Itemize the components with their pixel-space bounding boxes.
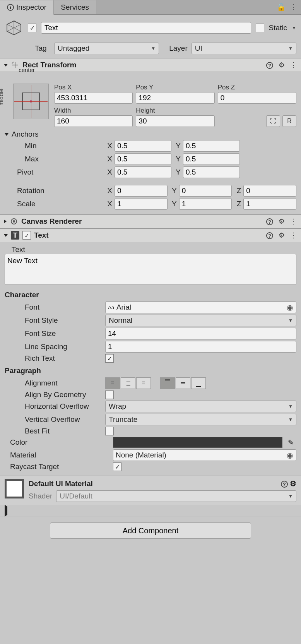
- paragraph-section-label: Paragraph: [5, 367, 296, 375]
- component-title: Rect Transform: [22, 61, 263, 69]
- pivot-y-input[interactable]: [183, 166, 240, 178]
- rot-y-input[interactable]: [179, 185, 232, 197]
- text-icon: T: [11, 231, 19, 240]
- line-spacing-input[interactable]: [105, 341, 296, 353]
- shader-dropdown[interactable]: UI/Default▼: [56, 490, 296, 502]
- raycast-label: Raycast Target: [5, 462, 110, 471]
- foldout-icon[interactable]: [4, 64, 8, 67]
- tag-value: Untagged: [58, 44, 89, 53]
- height-input[interactable]: [136, 115, 214, 127]
- tab-services[interactable]: Services: [54, 0, 96, 14]
- material-value: None (Material): [116, 451, 284, 459]
- anchor-top-label: center: [5, 67, 49, 73]
- h-overflow-dropdown[interactable]: Wrap▼: [105, 401, 296, 412]
- rot-z-input[interactable]: [243, 185, 296, 197]
- posz-input[interactable]: [218, 92, 296, 104]
- component-menu-icon[interactable]: ⋮: [290, 217, 297, 226]
- font-style-dropdown[interactable]: Normal▼: [105, 315, 296, 326]
- align-geometry-label: Align By Geometry: [5, 391, 102, 399]
- preset-icon[interactable]: ⚙: [279, 61, 285, 69]
- tab-menu-icon[interactable]: ⋮: [290, 3, 297, 12]
- text-value-input[interactable]: [5, 254, 296, 285]
- posz-label: Pos Z: [218, 84, 296, 91]
- lock-icon[interactable]: 🔓: [277, 3, 286, 12]
- align-center-button[interactable]: ≣: [121, 377, 135, 389]
- alignment-label: Alignment: [5, 379, 102, 387]
- align-bottom-button[interactable]: ▁: [191, 377, 206, 389]
- align-left-button[interactable]: ≡: [105, 377, 120, 389]
- material-foldout[interactable]: [5, 505, 7, 517]
- help-icon[interactable]: ?: [266, 231, 273, 240]
- v-overflow-dropdown[interactable]: Truncate▼: [105, 414, 296, 425]
- font-style-value: Normal: [109, 316, 132, 325]
- gear-icon[interactable]: ⚙: [290, 480, 296, 488]
- canvas-renderer-icon: [10, 217, 18, 226]
- component-menu-icon[interactable]: ⋮: [290, 231, 297, 240]
- material-swatch: [5, 479, 24, 498]
- component-menu-icon[interactable]: ⋮: [290, 61, 297, 69]
- anchor-max-x-input[interactable]: [115, 153, 171, 165]
- anchor-min-x-input[interactable]: [115, 140, 171, 152]
- material-field[interactable]: None (Material)◉: [113, 449, 296, 461]
- raycast-checkbox[interactable]: [113, 462, 121, 471]
- font-style-label: Font Style: [5, 316, 102, 325]
- align-right-button[interactable]: ≡: [136, 377, 151, 389]
- anchor-preset-button[interactable]: [13, 84, 49, 119]
- font-value: Arial: [116, 303, 284, 312]
- anchor-max-y-input[interactable]: [183, 153, 240, 165]
- align-middle-button[interactable]: ═: [176, 377, 190, 389]
- width-input[interactable]: [54, 115, 133, 127]
- anchors-foldout[interactable]: Anchors: [5, 130, 296, 139]
- static-dropdown-icon[interactable]: ▼: [292, 25, 296, 31]
- help-icon[interactable]: ?: [266, 61, 273, 69]
- color-field[interactable]: [113, 437, 282, 448]
- anchors-label: Anchors: [12, 130, 39, 139]
- component-title: Canvas Renderer: [21, 217, 263, 226]
- material-preview: Default UI Material ? ⚙ Shader UI/Defaul…: [0, 476, 301, 505]
- text-component-header: T Text ? ⚙ ⋮: [0, 228, 301, 242]
- gameobject-name-input[interactable]: [41, 22, 251, 34]
- blueprint-mode-button[interactable]: ⛶: [266, 115, 280, 127]
- posx-input[interactable]: [54, 92, 133, 104]
- preset-icon[interactable]: ⚙: [279, 217, 285, 226]
- tab-label: Inspector: [16, 3, 46, 12]
- active-checkbox[interactable]: [28, 24, 36, 32]
- static-checkbox[interactable]: [256, 24, 264, 32]
- help-icon[interactable]: ?: [281, 480, 288, 488]
- best-fit-checkbox[interactable]: [105, 427, 114, 435]
- raw-edit-button[interactable]: R: [282, 115, 296, 127]
- rich-text-checkbox[interactable]: [105, 354, 114, 363]
- v-overflow-value: Truncate: [109, 415, 137, 424]
- object-picker-icon[interactable]: ◉: [286, 451, 294, 460]
- rotation-label: Rotation: [5, 187, 102, 195]
- pivot-x-input[interactable]: [115, 166, 171, 178]
- tag-dropdown[interactable]: Untagged▼: [54, 43, 159, 54]
- layer-dropdown[interactable]: UI▼: [192, 43, 296, 54]
- preset-icon[interactable]: ⚙: [279, 231, 285, 240]
- scale-x-input[interactable]: [115, 198, 168, 210]
- text-enabled-checkbox[interactable]: [22, 231, 31, 240]
- best-fit-label: Best Fit: [5, 427, 102, 435]
- scale-y-input[interactable]: [179, 198, 232, 210]
- static-label: Static: [269, 24, 287, 32]
- eyedropper-icon[interactable]: ✎: [286, 437, 296, 448]
- pivot-label: Pivot: [5, 168, 102, 176]
- anchor-min-y-input[interactable]: [183, 140, 240, 152]
- object-picker-icon[interactable]: ◉: [286, 303, 294, 312]
- tab-inspector[interactable]: i Inspector: [0, 0, 54, 15]
- add-component-button[interactable]: Add Component: [50, 522, 251, 539]
- font-field[interactable]: AaArial◉: [105, 301, 296, 313]
- font-size-input[interactable]: [105, 328, 296, 339]
- color-label: Color: [5, 438, 110, 447]
- rich-text-label: Rich Text: [5, 354, 102, 363]
- align-geometry-checkbox[interactable]: [105, 391, 114, 399]
- scale-z-input[interactable]: [243, 198, 296, 210]
- help-icon[interactable]: ?: [266, 218, 273, 226]
- posy-input[interactable]: [136, 92, 214, 104]
- height-label: Height: [136, 107, 214, 115]
- foldout-icon[interactable]: [4, 234, 8, 237]
- text-label: Text: [12, 245, 296, 254]
- rot-x-input[interactable]: [115, 185, 168, 197]
- align-top-button[interactable]: ▔: [160, 377, 175, 389]
- foldout-icon[interactable]: [4, 219, 7, 223]
